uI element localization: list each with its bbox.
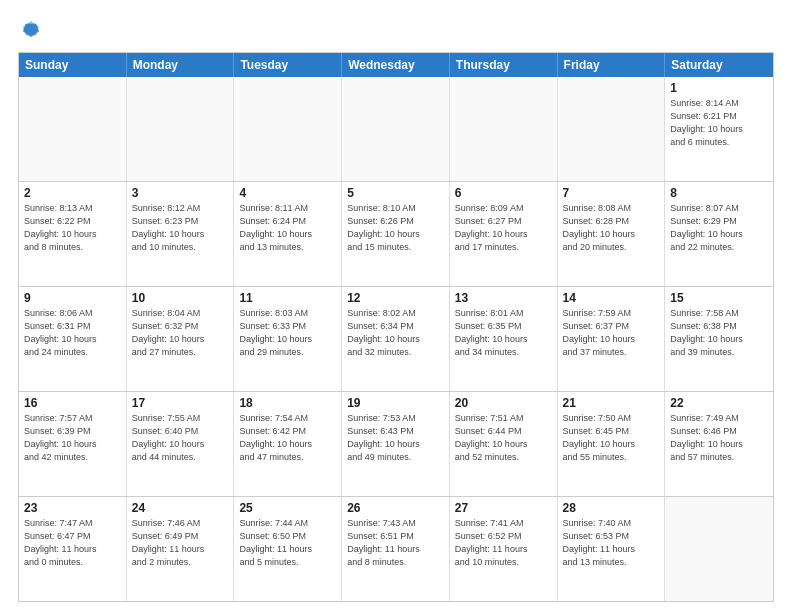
cal-cell: 15Sunrise: 7:58 AM Sunset: 6:38 PM Dayli… xyxy=(665,287,773,391)
day-info: Sunrise: 7:59 AM Sunset: 6:37 PM Dayligh… xyxy=(563,307,660,359)
cal-cell xyxy=(558,77,666,181)
cal-cell: 17Sunrise: 7:55 AM Sunset: 6:40 PM Dayli… xyxy=(127,392,235,496)
page: SundayMondayTuesdayWednesdayThursdayFrid… xyxy=(0,0,792,612)
cal-cell: 5Sunrise: 8:10 AM Sunset: 6:26 PM Daylig… xyxy=(342,182,450,286)
day-number: 3 xyxy=(132,186,229,200)
cal-cell: 2Sunrise: 8:13 AM Sunset: 6:22 PM Daylig… xyxy=(19,182,127,286)
cal-cell xyxy=(665,497,773,601)
day-info: Sunrise: 7:51 AM Sunset: 6:44 PM Dayligh… xyxy=(455,412,552,464)
cal-cell: 19Sunrise: 7:53 AM Sunset: 6:43 PM Dayli… xyxy=(342,392,450,496)
day-info: Sunrise: 7:47 AM Sunset: 6:47 PM Dayligh… xyxy=(24,517,121,569)
day-number: 7 xyxy=(563,186,660,200)
cal-cell: 24Sunrise: 7:46 AM Sunset: 6:49 PM Dayli… xyxy=(127,497,235,601)
calendar-body: 1Sunrise: 8:14 AM Sunset: 6:21 PM Daylig… xyxy=(19,77,773,601)
day-number: 19 xyxy=(347,396,444,410)
day-info: Sunrise: 7:49 AM Sunset: 6:46 PM Dayligh… xyxy=(670,412,768,464)
day-info: Sunrise: 7:44 AM Sunset: 6:50 PM Dayligh… xyxy=(239,517,336,569)
day-info: Sunrise: 7:57 AM Sunset: 6:39 PM Dayligh… xyxy=(24,412,121,464)
cal-cell xyxy=(234,77,342,181)
day-info: Sunrise: 8:03 AM Sunset: 6:33 PM Dayligh… xyxy=(239,307,336,359)
day-number: 12 xyxy=(347,291,444,305)
day-number: 4 xyxy=(239,186,336,200)
day-number: 1 xyxy=(670,81,768,95)
day-number: 5 xyxy=(347,186,444,200)
day-number: 6 xyxy=(455,186,552,200)
day-number: 21 xyxy=(563,396,660,410)
cal-cell: 20Sunrise: 7:51 AM Sunset: 6:44 PM Dayli… xyxy=(450,392,558,496)
day-info: Sunrise: 8:02 AM Sunset: 6:34 PM Dayligh… xyxy=(347,307,444,359)
day-number: 24 xyxy=(132,501,229,515)
cal-cell xyxy=(342,77,450,181)
cal-header-tuesday: Tuesday xyxy=(234,53,342,77)
day-number: 15 xyxy=(670,291,768,305)
cal-cell: 14Sunrise: 7:59 AM Sunset: 6:37 PM Dayli… xyxy=(558,287,666,391)
day-info: Sunrise: 7:58 AM Sunset: 6:38 PM Dayligh… xyxy=(670,307,768,359)
day-info: Sunrise: 8:13 AM Sunset: 6:22 PM Dayligh… xyxy=(24,202,121,254)
calendar: SundayMondayTuesdayWednesdayThursdayFrid… xyxy=(18,52,774,602)
day-number: 23 xyxy=(24,501,121,515)
cal-cell xyxy=(127,77,235,181)
cal-cell xyxy=(450,77,558,181)
day-info: Sunrise: 7:40 AM Sunset: 6:53 PM Dayligh… xyxy=(563,517,660,569)
day-number: 11 xyxy=(239,291,336,305)
cal-cell: 10Sunrise: 8:04 AM Sunset: 6:32 PM Dayli… xyxy=(127,287,235,391)
day-number: 8 xyxy=(670,186,768,200)
day-number: 26 xyxy=(347,501,444,515)
day-info: Sunrise: 8:06 AM Sunset: 6:31 PM Dayligh… xyxy=(24,307,121,359)
cal-cell: 22Sunrise: 7:49 AM Sunset: 6:46 PM Dayli… xyxy=(665,392,773,496)
cal-cell: 25Sunrise: 7:44 AM Sunset: 6:50 PM Dayli… xyxy=(234,497,342,601)
day-info: Sunrise: 7:50 AM Sunset: 6:45 PM Dayligh… xyxy=(563,412,660,464)
cal-cell: 6Sunrise: 8:09 AM Sunset: 6:27 PM Daylig… xyxy=(450,182,558,286)
day-number: 22 xyxy=(670,396,768,410)
day-number: 18 xyxy=(239,396,336,410)
cal-header-monday: Monday xyxy=(127,53,235,77)
cal-cell: 1Sunrise: 8:14 AM Sunset: 6:21 PM Daylig… xyxy=(665,77,773,181)
day-number: 13 xyxy=(455,291,552,305)
cal-cell: 8Sunrise: 8:07 AM Sunset: 6:29 PM Daylig… xyxy=(665,182,773,286)
day-number: 9 xyxy=(24,291,121,305)
cal-week-3: 9Sunrise: 8:06 AM Sunset: 6:31 PM Daylig… xyxy=(19,287,773,392)
cal-cell: 28Sunrise: 7:40 AM Sunset: 6:53 PM Dayli… xyxy=(558,497,666,601)
cal-cell: 16Sunrise: 7:57 AM Sunset: 6:39 PM Dayli… xyxy=(19,392,127,496)
day-number: 10 xyxy=(132,291,229,305)
day-info: Sunrise: 7:43 AM Sunset: 6:51 PM Dayligh… xyxy=(347,517,444,569)
cal-cell: 26Sunrise: 7:43 AM Sunset: 6:51 PM Dayli… xyxy=(342,497,450,601)
day-info: Sunrise: 8:10 AM Sunset: 6:26 PM Dayligh… xyxy=(347,202,444,254)
cal-cell: 4Sunrise: 8:11 AM Sunset: 6:24 PM Daylig… xyxy=(234,182,342,286)
day-number: 2 xyxy=(24,186,121,200)
cal-header-wednesday: Wednesday xyxy=(342,53,450,77)
day-info: Sunrise: 8:14 AM Sunset: 6:21 PM Dayligh… xyxy=(670,97,768,149)
day-number: 25 xyxy=(239,501,336,515)
cal-cell: 23Sunrise: 7:47 AM Sunset: 6:47 PM Dayli… xyxy=(19,497,127,601)
day-info: Sunrise: 7:55 AM Sunset: 6:40 PM Dayligh… xyxy=(132,412,229,464)
day-info: Sunrise: 8:11 AM Sunset: 6:24 PM Dayligh… xyxy=(239,202,336,254)
cal-cell: 18Sunrise: 7:54 AM Sunset: 6:42 PM Dayli… xyxy=(234,392,342,496)
cal-cell: 21Sunrise: 7:50 AM Sunset: 6:45 PM Dayli… xyxy=(558,392,666,496)
day-info: Sunrise: 8:12 AM Sunset: 6:23 PM Dayligh… xyxy=(132,202,229,254)
day-info: Sunrise: 8:07 AM Sunset: 6:29 PM Dayligh… xyxy=(670,202,768,254)
cal-header-thursday: Thursday xyxy=(450,53,558,77)
calendar-header: SundayMondayTuesdayWednesdayThursdayFrid… xyxy=(19,53,773,77)
cal-cell xyxy=(19,77,127,181)
day-number: 14 xyxy=(563,291,660,305)
logo xyxy=(18,18,42,44)
day-number: 16 xyxy=(24,396,121,410)
day-number: 27 xyxy=(455,501,552,515)
day-info: Sunrise: 7:53 AM Sunset: 6:43 PM Dayligh… xyxy=(347,412,444,464)
day-info: Sunrise: 8:09 AM Sunset: 6:27 PM Dayligh… xyxy=(455,202,552,254)
cal-week-5: 23Sunrise: 7:47 AM Sunset: 6:47 PM Dayli… xyxy=(19,497,773,601)
cal-week-4: 16Sunrise: 7:57 AM Sunset: 6:39 PM Dayli… xyxy=(19,392,773,497)
day-info: Sunrise: 7:54 AM Sunset: 6:42 PM Dayligh… xyxy=(239,412,336,464)
day-info: Sunrise: 7:46 AM Sunset: 6:49 PM Dayligh… xyxy=(132,517,229,569)
logo-icon xyxy=(20,18,42,40)
cal-header-saturday: Saturday xyxy=(665,53,773,77)
day-info: Sunrise: 8:08 AM Sunset: 6:28 PM Dayligh… xyxy=(563,202,660,254)
cal-cell: 9Sunrise: 8:06 AM Sunset: 6:31 PM Daylig… xyxy=(19,287,127,391)
cal-cell: 13Sunrise: 8:01 AM Sunset: 6:35 PM Dayli… xyxy=(450,287,558,391)
day-number: 20 xyxy=(455,396,552,410)
day-number: 17 xyxy=(132,396,229,410)
day-info: Sunrise: 8:01 AM Sunset: 6:35 PM Dayligh… xyxy=(455,307,552,359)
cal-header-sunday: Sunday xyxy=(19,53,127,77)
cal-week-2: 2Sunrise: 8:13 AM Sunset: 6:22 PM Daylig… xyxy=(19,182,773,287)
svg-marker-1 xyxy=(23,21,39,36)
